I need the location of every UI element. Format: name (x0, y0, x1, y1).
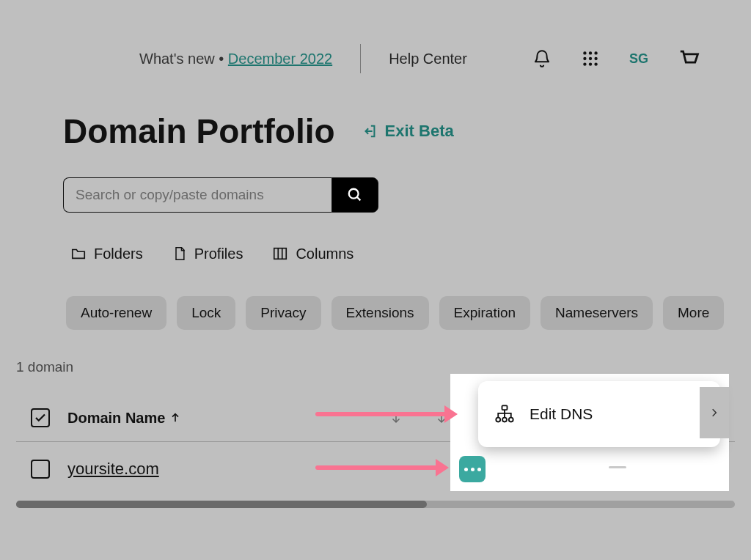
folders-label: Folders (94, 246, 143, 262)
svg-rect-14 (509, 418, 513, 422)
sitemap-icon (494, 404, 515, 424)
dot-icon (464, 468, 468, 471)
filter-chip-auto-renew[interactable]: Auto-renew (66, 296, 166, 330)
arrow-up-icon (169, 412, 181, 424)
svg-point-8 (594, 62, 597, 65)
filter-chip-privacy[interactable]: Privacy (246, 296, 320, 330)
filter-chip-row: Auto-renew Lock Privacy Extensions Expir… (0, 262, 751, 330)
svg-point-1 (589, 51, 592, 54)
chevron-right-icon (709, 405, 719, 421)
horizontal-scrollbar[interactable] (16, 501, 735, 508)
filter-chip-more[interactable]: More (663, 296, 724, 330)
whats-new-text: What's new • December 2022 (139, 51, 332, 67)
search-icon (347, 187, 363, 203)
result-count: 1 domain (0, 330, 751, 375)
columns-button[interactable]: Columns (272, 245, 353, 262)
page-title: Domain Portfolio (63, 111, 335, 151)
svg-point-2 (594, 51, 597, 54)
scrollbar-thumb[interactable] (16, 501, 427, 508)
svg-point-5 (594, 57, 597, 60)
cart-icon[interactable] (678, 48, 700, 70)
file-icon (172, 245, 187, 262)
profiles-label: Profiles (194, 246, 243, 262)
check-icon (34, 411, 47, 424)
dot-icon (471, 468, 475, 471)
divider (360, 44, 361, 73)
exit-icon (362, 123, 378, 139)
tool-row: Folders Profiles Columns (0, 213, 751, 262)
svg-rect-11 (502, 405, 508, 410)
svg-point-6 (583, 62, 586, 65)
svg-rect-10 (274, 248, 287, 259)
annotation-arrow-icon (315, 412, 447, 416)
svg-rect-12 (496, 418, 500, 422)
svg-point-3 (583, 57, 586, 60)
profiles-button[interactable]: Profiles (172, 245, 243, 262)
menu-chevron-area[interactable] (700, 387, 729, 438)
apps-grid-icon[interactable] (581, 49, 600, 68)
filter-chip-extensions[interactable]: Extensions (331, 296, 429, 330)
select-all-checkbox[interactable] (31, 408, 50, 427)
top-bar: What's new • December 2022 Help Center S… (0, 0, 751, 73)
more-actions-button[interactable] (459, 456, 486, 482)
svg-point-7 (589, 62, 592, 65)
dot-icon (477, 468, 481, 471)
top-bar-right: SG (532, 48, 707, 70)
whats-new-link[interactable]: December 2022 (228, 51, 332, 67)
filter-chip-lock[interactable]: Lock (177, 296, 235, 330)
folders-button[interactable]: Folders (70, 245, 143, 262)
svg-rect-13 (502, 418, 507, 422)
search-button[interactable] (331, 177, 378, 213)
annotation-arrow-icon (315, 465, 439, 470)
title-row: Domain Portfolio Exit Beta (0, 73, 751, 151)
column-header-domain-label: Domain Name (67, 410, 165, 427)
filter-chip-nameservers[interactable]: Nameservers (541, 296, 653, 330)
columns-icon (272, 246, 288, 262)
columns-label: Columns (296, 246, 353, 262)
edit-dns-menu-item[interactable]: Edit DNS (478, 381, 720, 447)
svg-point-4 (589, 57, 592, 60)
svg-point-0 (583, 51, 586, 54)
column-header-domain[interactable]: Domain Name (67, 410, 181, 427)
user-avatar-initials[interactable]: SG (629, 51, 648, 67)
exit-beta-link[interactable]: Exit Beta (362, 122, 454, 141)
filter-chip-expiration[interactable]: Expiration (439, 296, 531, 330)
domain-name-link[interactable]: yoursite.com (67, 460, 159, 479)
row-checkbox[interactable] (31, 460, 50, 479)
whats-new-prefix: What's new • (139, 51, 228, 67)
svg-point-9 (349, 189, 359, 199)
bell-icon[interactable] (532, 49, 552, 68)
search-input[interactable] (63, 177, 331, 213)
exit-beta-label: Exit Beta (385, 122, 454, 141)
folder-icon (70, 246, 87, 262)
search-wrap (63, 177, 378, 213)
help-center-link[interactable]: Help Center (389, 51, 467, 67)
edit-dns-label: Edit DNS (530, 405, 704, 423)
empty-cell-dash (609, 466, 626, 468)
